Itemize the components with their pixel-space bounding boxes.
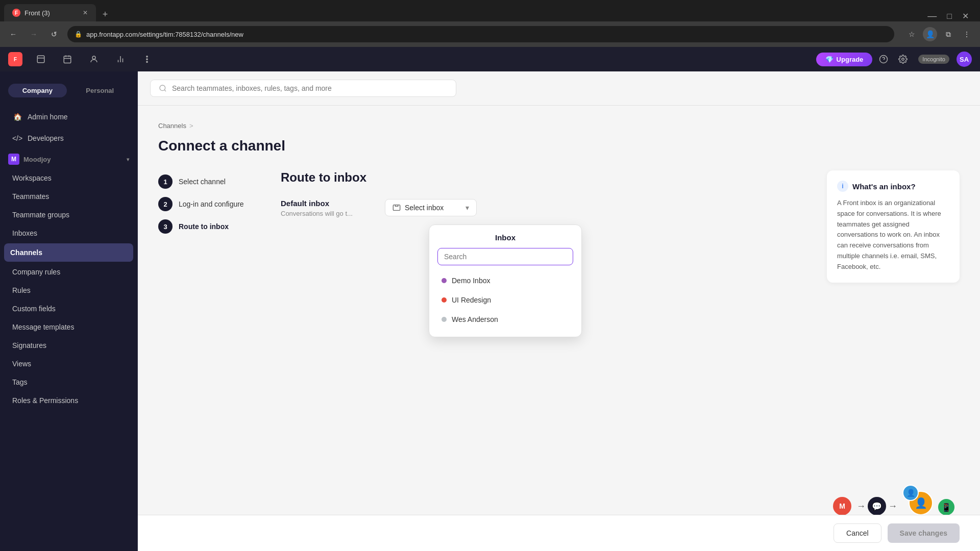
forward-button[interactable]: → xyxy=(27,27,41,41)
search-input[interactable] xyxy=(172,84,427,92)
wes-anderson-dot xyxy=(442,317,447,322)
diamond-icon: 💎 xyxy=(825,56,834,63)
svg-rect-0 xyxy=(37,56,44,63)
sidebar-item-label: Developers xyxy=(28,134,64,142)
ui-redesign-label: UI Redesign xyxy=(452,296,491,304)
calendar-icon[interactable] xyxy=(59,51,76,67)
sidebar-item-teammates[interactable]: Teammates xyxy=(0,187,137,206)
inbox-option-ui-redesign[interactable]: UI Redesign xyxy=(437,291,573,309)
step-2: 2 Log-in and configure xyxy=(158,193,260,215)
sidebar-item-signatures[interactable]: Signatures xyxy=(0,336,137,355)
maximize-icon[interactable]: □ xyxy=(944,12,955,21)
code-icon: </> xyxy=(12,133,22,143)
address-text: app.frontapp.com/settings/tim:7858132/ch… xyxy=(86,31,243,38)
sidebar-toggle: Company Personal xyxy=(0,80,137,106)
inbox-dropdown: Inbox Demo Inbox UI Redesign Wes Anderso… xyxy=(429,224,582,337)
steps-list: 1 Select channel 2 Log-in and configure … xyxy=(158,170,260,283)
sidebar-item-inboxes[interactable]: Inboxes xyxy=(0,224,137,242)
sidebar-item-label: Teammate groups xyxy=(12,211,69,219)
sidebar-item-message-templates[interactable]: Message templates xyxy=(0,318,137,336)
more-icon[interactable] xyxy=(139,51,155,67)
extensions-icon[interactable]: ⧉ xyxy=(941,27,955,41)
sidebar-item-channels[interactable]: Channels xyxy=(4,243,133,262)
inbox-dropdown-title: Inbox xyxy=(437,233,573,242)
sidebar-item-label: Company rules xyxy=(12,268,60,276)
lock-icon: 🔒 xyxy=(75,31,82,38)
sidebar-item-label: Teammates xyxy=(12,192,49,201)
breadcrumb-channels[interactable]: Channels xyxy=(158,122,186,130)
sidebar-item-admin-home[interactable]: 🏠 Admin home xyxy=(4,107,133,127)
route-title: Route to inbox xyxy=(281,170,806,185)
chevron-down-icon: ▾ xyxy=(465,204,469,212)
select-inbox-button[interactable]: Select inbox ▾ xyxy=(385,199,477,216)
reload-button[interactable]: ↺ xyxy=(47,27,61,41)
help-icon[interactable] xyxy=(875,51,892,67)
sidebar-item-views[interactable]: Views xyxy=(0,355,137,373)
sidebar-item-label: Message templates xyxy=(12,323,74,331)
sidebar-item-label: Tags xyxy=(12,378,28,386)
breadcrumb: Channels > xyxy=(158,122,960,130)
demo-inbox-dot xyxy=(442,278,447,283)
sidebar-item-custom-fields[interactable]: Custom fields xyxy=(0,299,137,318)
default-inbox-desc: Conversations will go t... xyxy=(281,210,373,217)
page-title: Connect a channel xyxy=(158,138,960,154)
org-section-header[interactable]: M Moodjoy ▾ xyxy=(0,149,137,169)
browser-tab[interactable]: F Front (3) ✕ xyxy=(4,4,96,21)
org-name: Moodjoy xyxy=(23,156,51,163)
sidebar-item-workspaces[interactable]: Workspaces xyxy=(0,169,137,187)
inbox-option-wes-anderson[interactable]: Wes Anderson xyxy=(437,310,573,329)
avatar[interactable]: SA xyxy=(957,52,972,67)
bookmark-icon[interactable]: ☆ xyxy=(904,27,919,41)
sidebar-item-company-rules[interactable]: Company rules xyxy=(0,263,137,281)
step-1-label: Select channel xyxy=(179,178,226,186)
sidebar-item-label: Custom fields xyxy=(12,305,56,313)
settings-icon[interactable] xyxy=(895,51,911,67)
info-text: A Front inbox is an organizational space… xyxy=(837,198,949,272)
inbox-option-demo[interactable]: Demo Inbox xyxy=(437,271,573,290)
breadcrumb-separator: > xyxy=(189,122,193,130)
step-2-label: Log-in and configure xyxy=(179,200,244,208)
wes-anderson-label: Wes Anderson xyxy=(452,315,498,323)
page-footer: Cancel Save changes xyxy=(138,515,980,551)
tab-close-icon[interactable]: ✕ xyxy=(83,9,88,16)
svg-point-15 xyxy=(160,85,165,91)
home-icon: 🏠 xyxy=(12,112,22,122)
ui-redesign-dot xyxy=(442,297,447,303)
step-1-number: 1 xyxy=(158,174,173,189)
personal-toggle[interactable]: Personal xyxy=(71,84,130,97)
upgrade-button[interactable]: 💎 Upgrade xyxy=(816,53,873,66)
new-tab-button[interactable]: + xyxy=(98,7,112,21)
inbox-icon xyxy=(393,204,401,212)
company-toggle[interactable]: Company xyxy=(8,84,67,97)
sidebar-item-roles-permissions[interactable]: Roles & Permissions xyxy=(0,391,137,410)
close-icon[interactable]: ✕ xyxy=(959,11,972,21)
more-options-icon[interactable]: ⋮ xyxy=(960,27,974,41)
sidebar-item-label: Rules xyxy=(12,286,31,294)
chevron-down-icon: ▾ xyxy=(127,157,129,162)
sidebar-item-teammate-groups[interactable]: Teammate groups xyxy=(0,206,137,224)
inbox-icon[interactable] xyxy=(33,51,49,67)
chart-icon[interactable] xyxy=(112,51,129,67)
sidebar-item-label: Inboxes xyxy=(12,229,37,237)
sidebar-item-label: Roles & Permissions xyxy=(12,396,78,405)
profile-icon[interactable]: 👤 xyxy=(923,27,937,41)
minimize-icon[interactable]: — xyxy=(924,11,940,21)
search-bar[interactable] xyxy=(150,80,456,97)
inbox-search-input[interactable] xyxy=(437,248,573,265)
back-button[interactable]: ← xyxy=(6,27,20,41)
sidebar-item-label: Channels xyxy=(10,248,42,257)
sidebar-item-rules[interactable]: Rules xyxy=(0,281,137,299)
info-panel: i What's an inbox? A Front inbox is an o… xyxy=(827,170,960,283)
save-changes-button[interactable]: Save changes xyxy=(888,523,960,543)
sidebar-item-tags[interactable]: Tags xyxy=(0,373,137,391)
sidebar-item-developers[interactable]: </> Developers xyxy=(4,128,133,148)
contacts-icon[interactable] xyxy=(86,51,102,67)
cancel-button[interactable]: Cancel xyxy=(834,523,881,543)
inbox-options-list: Demo Inbox UI Redesign Wes Anderson xyxy=(437,271,573,329)
svg-rect-16 xyxy=(393,205,400,211)
step-3: 3 Route to inbox xyxy=(158,215,260,238)
step-3-label: Route to inbox xyxy=(179,222,229,231)
svg-point-10 xyxy=(146,59,148,60)
sidebar: Company Personal 🏠 Admin home </> Develo… xyxy=(0,71,138,551)
address-bar[interactable]: 🔒 app.frontapp.com/settings/tim:7858132/… xyxy=(67,26,894,42)
